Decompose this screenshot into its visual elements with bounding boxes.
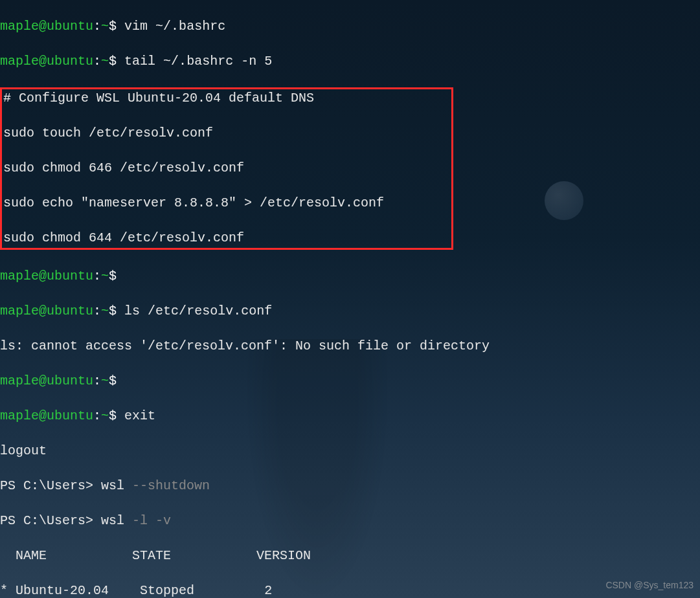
wsl-list-row: * Ubuntu-20.04 Stopped 2 [0, 582, 700, 598]
ps-prompt-line: PS C:\Users> wsl -l -v [0, 512, 700, 529]
ps-prompt-line: PS C:\Users> wsl --shutdown [0, 477, 700, 494]
command-text: exit [124, 408, 155, 423]
bashrc-line: sudo chmod 646 /etc/resolv.conf [3, 159, 450, 177]
wsl-list-header: NAME STATE VERSION [0, 547, 700, 564]
command-arg: -l -v [132, 513, 171, 528]
prompt-at: @ [39, 19, 47, 34]
prompt-line: maple@ubuntu:~$ ls /etc/resolv.conf [0, 302, 700, 320]
bashrc-line: # Configure WSL Ubuntu-20.04 default DNS [3, 89, 450, 107]
highlight-box: # Configure WSL Ubuntu-20.04 default DNS… [0, 87, 453, 250]
prompt-host: ubuntu [47, 19, 93, 34]
prompt-user: maple [0, 19, 39, 34]
command-text: vim ~/.bashrc [124, 19, 225, 34]
prompt-line: maple@ubuntu:~$ exit [0, 407, 700, 425]
terminal[interactable]: maple@ubuntu:~$ vim ~/.bashrc maple@ubun… [0, 0, 700, 598]
command-text: ls /etc/resolv.conf [124, 304, 272, 318]
prompt-line: maple@ubuntu:~$ [0, 372, 700, 390]
prompt-path: ~ [101, 19, 109, 34]
bashrc-line: sudo chmod 644 /etc/resolv.conf [3, 229, 450, 247]
command-text: wsl [101, 478, 132, 493]
prompt-line: maple@ubuntu:~$ [0, 267, 700, 285]
ps-prompt: PS C:\Users> [0, 478, 93, 493]
bashrc-line: sudo touch /etc/resolv.conf [3, 124, 450, 142]
prompt-line: maple@ubuntu:~$ tail ~/.bashrc -n 5 [0, 52, 700, 70]
bashrc-line: sudo echo "nameserver 8.8.8.8" > /etc/re… [3, 194, 450, 212]
output-line: ls: cannot access '/etc/resolv.conf': No… [0, 337, 700, 355]
watermark: CSDN @Sys_tem123 [605, 577, 694, 594]
prompt-line: maple@ubuntu:~$ vim ~/.bashrc [0, 17, 700, 35]
output-line: logout [0, 442, 700, 460]
command-arg: --shutdown [132, 478, 210, 493]
command-text: tail ~/.bashrc -n 5 [124, 54, 272, 69]
command-text: wsl [101, 513, 132, 528]
